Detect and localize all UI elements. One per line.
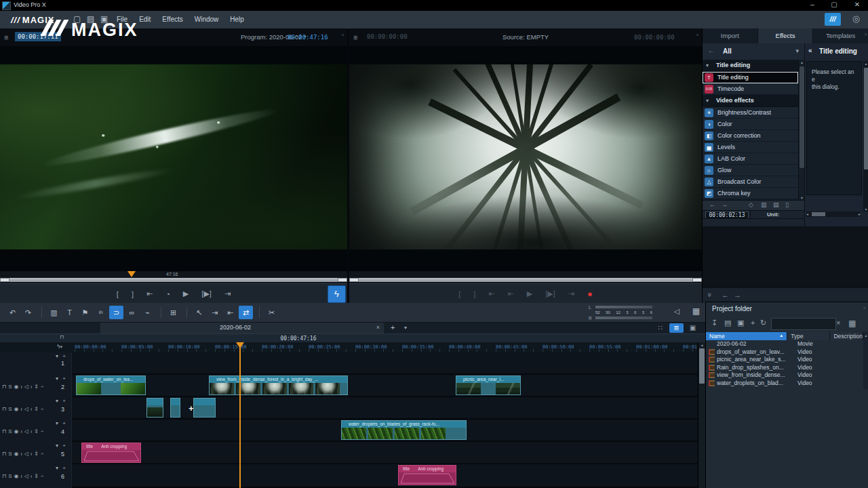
jump-start-icon[interactable]: ⇤ xyxy=(488,289,494,298)
fader-icon[interactable]: ⇕ xyxy=(34,406,39,412)
mute-icon[interactable]: ◁ xyxy=(24,428,29,434)
track-collapse-add[interactable]: ▾ + xyxy=(56,443,67,449)
program-scrub-marker[interactable] xyxy=(127,271,136,277)
sequence-dropdown-icon[interactable]: ▾ xyxy=(404,325,407,331)
prev-keyframe-icon[interactable]: ← xyxy=(709,201,715,208)
marker-icon[interactable]: ⚑ xyxy=(78,306,92,319)
effect-item[interactable]: ◑Color xyxy=(703,119,798,130)
undo-icon[interactable]: ↶ xyxy=(5,306,20,319)
project-scrollbar[interactable]: ▴ xyxy=(863,332,868,389)
track-controls[interactable]: ⊓S◉ı◁ı⇕÷ xyxy=(2,428,45,434)
add-sequence-icon[interactable]: + xyxy=(391,323,395,331)
magix-hub-button[interactable]: /// xyxy=(825,13,841,26)
tab-import[interactable]: Import xyxy=(703,28,758,43)
detail-horizontal-scrollbar[interactable]: ◂ ▸ xyxy=(806,211,861,217)
stretch-mode-icon[interactable]: ⇤ xyxy=(223,306,237,319)
insert-mode-icon[interactable]: ⊞ xyxy=(166,306,180,319)
file-row[interactable]: drops_of_water_on_leav...Video xyxy=(706,348,863,357)
back-icon[interactable]: ← xyxy=(708,47,715,54)
track-lane-3[interactable] xyxy=(0,397,698,420)
mute-icon[interactable]: ◁ xyxy=(24,406,29,412)
effect-item[interactable]: ☼Glow xyxy=(703,165,798,176)
scene-view-icon[interactable]: ▣ xyxy=(686,323,700,333)
clear-search-icon[interactable]: × xyxy=(836,319,840,327)
close-tab-icon[interactable]: × xyxy=(376,324,380,331)
single-object-icon[interactable]: ⇥ xyxy=(208,306,222,319)
save-icon[interactable]: ▣ xyxy=(737,319,744,327)
transition-icon[interactable]: ÷ xyxy=(41,384,44,390)
object-mode-icon[interactable]: ⇄ xyxy=(239,306,253,319)
solo-icon[interactable]: S xyxy=(8,473,12,479)
detach-monitor-icon[interactable]: ▫ xyxy=(696,32,698,38)
effect-item[interactable]: ▲LAB Color xyxy=(703,153,798,165)
list-view-icon[interactable]: ≣ xyxy=(669,323,684,333)
minimize-button[interactable]: – xyxy=(806,1,819,8)
transition-icon[interactable]: ÷ xyxy=(41,406,44,412)
jump-end-icon[interactable]: ⇥ xyxy=(224,289,231,298)
track-lane-5[interactable]: titleAnti cropping xyxy=(0,442,698,464)
track-lane-6[interactable]: titleAnti cropping xyxy=(0,464,698,488)
solo-icon[interactable]: S xyxy=(8,428,12,434)
range-out-icon[interactable]: ] xyxy=(132,290,134,298)
file-row[interactable]: Rain_drop_splashes_on...Video xyxy=(706,364,863,372)
jump-start-icon[interactable]: ⇤ xyxy=(146,289,153,298)
keyframe-curve-area[interactable] xyxy=(703,226,868,288)
effect-item[interactable]: 0:05Timecode xyxy=(703,83,798,95)
audio-volume-icon[interactable]: ılı xyxy=(94,306,108,319)
lock-icon[interactable]: ⊓ xyxy=(2,406,7,412)
video-clip[interactable]: water_droplets_on_blades_of_grass_rack-f… xyxy=(341,420,467,440)
prev-frame-icon[interactable]: ⇤ xyxy=(508,289,514,298)
effects-filter-dropdown[interactable]: ← All ▾ xyxy=(703,43,804,60)
title-clip[interactable]: titleAnti cropping xyxy=(398,465,456,485)
menu-edit[interactable]: Edit xyxy=(139,16,151,23)
lock-icon[interactable]: ⊓ xyxy=(2,384,7,390)
snap-icon[interactable]: ⊃ xyxy=(109,306,123,319)
range-in-icon[interactable]: [ xyxy=(117,290,119,298)
lock-icon[interactable]: ⊓ xyxy=(2,473,7,479)
track1-lock-icon[interactable]: ⊓ xyxy=(60,334,64,340)
range-out-icon[interactable]: ] xyxy=(473,290,475,298)
fader-icon[interactable]: ⇕ xyxy=(34,451,39,457)
track-lane-1[interactable] xyxy=(0,352,698,375)
sequence-tab[interactable]: 2020-06-02 × xyxy=(100,323,384,333)
visibility-icon[interactable]: ◉ xyxy=(14,473,20,479)
menu-window[interactable]: Window xyxy=(195,16,219,23)
solo-icon[interactable]: S xyxy=(8,384,12,390)
view-options-icon[interactable]: ▦ xyxy=(848,319,856,328)
fader-icon[interactable]: ⇕ xyxy=(34,428,39,434)
transition-icon[interactable]: ÷ xyxy=(41,473,44,479)
video-clip[interactable]: picnic_area_near_l... xyxy=(456,375,521,395)
play-icon[interactable]: ▶ xyxy=(527,289,532,298)
close-button[interactable]: ✕ xyxy=(850,1,864,8)
tab-templates[interactable]: Templates xyxy=(813,28,868,43)
fader-icon[interactable]: ⇕ xyxy=(34,384,39,390)
scroll-left-icon[interactable]: ◂ xyxy=(806,211,808,216)
effect-item[interactable]: ◩Chroma key xyxy=(703,188,798,199)
title-icon[interactable]: T xyxy=(62,306,77,319)
scroll-up-icon[interactable]: ▴ xyxy=(863,61,868,66)
gap-icon[interactable]: ı xyxy=(31,473,33,479)
effect-item[interactable]: TTitle editing xyxy=(703,72,798,83)
mouse-mode-icon[interactable]: ↖ xyxy=(192,306,206,319)
mute-icon[interactable]: ◁ xyxy=(24,473,29,479)
scroll-up-icon[interactable]: ▴ xyxy=(863,333,868,338)
track-controls[interactable]: ⊓S◉ı◁ı⇕÷ xyxy=(2,451,45,457)
fader-icon[interactable]: ⇕ xyxy=(34,473,39,479)
detach-monitor-icon[interactable]: ▫ xyxy=(342,32,344,38)
transition-icon[interactable]: ÷ xyxy=(41,451,44,457)
program-scrub-area[interactable]: 47:16 xyxy=(0,271,347,283)
gap-icon[interactable]: ı xyxy=(31,384,33,390)
mixer-icon[interactable]: ▦ xyxy=(692,306,700,316)
track-collapse-add[interactable]: ▾ + xyxy=(56,398,67,404)
video-clip[interactable] xyxy=(193,398,216,418)
tab-effects[interactable]: Effects xyxy=(758,28,814,43)
next-keyframe-icon[interactable]: → xyxy=(722,201,728,208)
group-icon[interactable]: ∞ xyxy=(125,306,139,319)
open-folder-icon[interactable]: ▤ xyxy=(724,319,731,327)
menu-help[interactable]: Help xyxy=(230,16,244,23)
speaker-icon[interactable]: ◁ xyxy=(674,307,679,316)
video-clip[interactable] xyxy=(170,398,180,418)
copy-keyframe-icon[interactable]: ▤ xyxy=(773,201,779,208)
effect-item[interactable]: ◧Color correction xyxy=(703,130,798,142)
file-row[interactable]: picnic_area_near_lake_s...Video xyxy=(706,356,863,364)
